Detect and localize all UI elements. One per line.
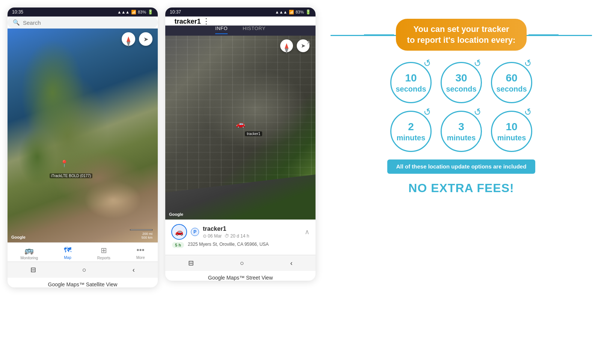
circle-arrow-60s: ↺	[523, 57, 536, 71]
circle-outer-30s: ↺ 30 seconds	[441, 62, 482, 103]
android-home-button[interactable]: ○	[82, 266, 86, 274]
circle-10s: ↺ 10 seconds	[390, 62, 432, 103]
circle-text-2m: 2 minutes	[397, 120, 426, 142]
reports-label: Reports	[97, 256, 110, 260]
circle-60s: ↺ 60 seconds	[491, 62, 532, 103]
tracker-address-row: 5 h 2325 Myers St, Oroville, CA 95966, U…	[171, 242, 310, 248]
android2-home-button[interactable]: ○	[240, 259, 244, 267]
circle-outer-10s: ↺ 10 seconds	[390, 62, 432, 103]
map-satellite-bg: ➤ 📍 iTrackLTE BOLD (0177) Google 200 mi …	[8, 29, 158, 242]
infographic-panel: You can set your tracker to report it's …	[323, 8, 599, 206]
status-time-1: 10:35	[12, 9, 23, 15]
compass-arrow-icon	[127, 36, 130, 42]
wifi-icon-1: 📶	[131, 10, 136, 15]
tracker-info-panel: 🚗 P tracker1 ⊙ 06 Mar ⏱ 20 d 14 h ∧	[165, 220, 316, 255]
map-icon: 🗺	[64, 246, 71, 254]
compass-button[interactable]	[122, 32, 135, 46]
scale-bar	[130, 229, 153, 230]
android-back-button[interactable]: ‹	[133, 266, 135, 274]
tab-info[interactable]: INFO	[215, 26, 228, 34]
circle-outer-60s: ↺ 60 seconds	[491, 62, 532, 103]
google-watermark-2: Google	[169, 212, 183, 217]
tracker-title: tracker1	[174, 18, 201, 25]
scroll-hint-icon: ∧	[307, 39, 311, 46]
tracker-duration-info: ⏱ 20 d 14 h	[225, 233, 249, 239]
headline-banner: You can set your tracker to report it's …	[396, 19, 527, 51]
monitoring-label: Monitoring	[20, 256, 38, 260]
phone-aerial: 10:37 ▲▲▲ 📶 83% 🔋 ← tracker1 ⋮ INFO HIST…	[165, 8, 316, 281]
aerial-pin-marker: 🚗	[236, 119, 245, 128]
aerial-tracker-label: tracker1	[245, 131, 262, 136]
circles-row-1: ↺ 10 seconds ↺ 30 seconds ↺ 60	[390, 62, 532, 103]
clock-icon: ⊙	[203, 233, 207, 239]
android-nav-1: ⊟ ○ ‹	[8, 262, 158, 278]
nav-reports[interactable]: ⊞ Reports	[97, 246, 110, 260]
tracker-header: ← tracker1 ⋮	[165, 17, 316, 26]
tracker-address: 2325 Myers St, Oroville, CA 95966, USA	[188, 242, 269, 247]
signal-icon-2: ▲▲▲	[275, 10, 287, 14]
circle-30s: ↺ 30 seconds	[441, 62, 482, 103]
android-recent-button[interactable]: ⊟	[30, 266, 36, 274]
wifi-icon-2: 📶	[289, 10, 294, 15]
more-icon-nav: •••	[137, 246, 145, 254]
circle-outer-10m: ↺ 10 minutes	[491, 111, 532, 152]
headline-text: You can set your tracker to report it's …	[407, 24, 516, 45]
circle-text-10m: 10 minutes	[497, 120, 526, 142]
circle-text-10s: 10 seconds	[396, 72, 426, 93]
circle-outer-2m: ↺ 2 minutes	[390, 111, 432, 152]
battery-1: 83%	[138, 10, 146, 14]
scale-text-miles: 200 mi	[130, 232, 153, 236]
aerial-location-icon: ➤	[301, 42, 306, 49]
status-time-2: 10:37	[170, 9, 181, 15]
nav-map[interactable]: 🗺 Map	[64, 246, 71, 260]
map-scale: 200 mi 500 km	[130, 225, 153, 239]
circle-3m: ↺ 3 minutes	[441, 111, 482, 152]
circle-outer-3m: ↺ 3 minutes	[441, 111, 482, 152]
map-aerial-bg: ➤ 🚗 tracker1 Google ∧	[165, 36, 316, 220]
time-badge: 5 h	[172, 242, 184, 248]
status-bar-1: 10:35 ▲▲▲ 📶 83% 🔋	[8, 8, 158, 17]
circle-arrow-10m: ↺	[523, 106, 536, 119]
satellite-map[interactable]: ➤ 📍 iTrackLTE BOLD (0177) Google 200 mi …	[8, 29, 158, 242]
circle-arrow-3m: ↺	[473, 106, 486, 119]
nav-monitoring[interactable]: 🚌 Monitoring	[20, 246, 38, 260]
phone2-caption: Google Maps™ Street View	[165, 275, 316, 281]
circle-arrow-10s: ↺	[422, 57, 436, 71]
back-button[interactable]: ←	[165, 17, 173, 25]
location-icon: ➤	[143, 36, 148, 43]
more-options-button[interactable]: ⋮	[202, 17, 210, 25]
battery-icon-1: 🔋	[148, 9, 153, 15]
android2-back-button[interactable]: ‹	[290, 259, 293, 267]
more-label: More	[136, 256, 145, 260]
search-input[interactable]	[23, 20, 153, 26]
signal-icon-1: ▲▲▲	[117, 10, 130, 14]
phone1-caption: Google Maps™ Satellite View	[8, 281, 158, 287]
nav-bar-1: 🚌 Monitoring 🗺 Map ⊞ Reports ••• More	[8, 242, 158, 262]
aerial-map[interactable]: ➤ 🚗 tracker1 Google ∧	[165, 36, 316, 220]
search-bar-wrap: 🔍	[8, 17, 158, 29]
monitoring-icon: 🚌	[24, 246, 34, 255]
battery-2: 83%	[296, 10, 304, 14]
map-pin-marker: 📍	[60, 159, 68, 168]
search-bar[interactable]: 🔍	[8, 17, 158, 29]
duration-icon: ⏱	[225, 233, 229, 239]
aerial-compass-button[interactable]	[280, 39, 293, 52]
tracker-avatar: 🚗	[171, 224, 187, 240]
phone-satellite: 10:35 ▲▲▲ 📶 83% 🔋 🔍 ➤ 📍 iTrackLTE BOLD (…	[8, 8, 158, 287]
nav-more[interactable]: ••• More	[136, 246, 145, 260]
tracker-date-info: ⊙ 06 Mar	[203, 233, 222, 239]
circle-arrow-30s: ↺	[473, 57, 486, 71]
location-button[interactable]: ➤	[139, 32, 153, 46]
search-icon: 🔍	[13, 19, 20, 26]
included-banner: All of these location update options are…	[387, 159, 536, 174]
circle-text-30s: 30 seconds	[446, 72, 476, 93]
status-bar-2: 10:37 ▲▲▲ 📶 83% 🔋	[165, 8, 316, 17]
circle-text-3m: 3 minutes	[447, 120, 476, 142]
android2-recent-button[interactable]: ⊟	[188, 259, 194, 267]
map-label-nav: Map	[64, 256, 71, 260]
included-text: All of these location update options are…	[396, 163, 527, 170]
tracker-info-row: 🚗 P tracker1 ⊙ 06 Mar ⏱ 20 d 14 h ∧	[171, 224, 310, 240]
google-watermark-1: Google	[11, 235, 26, 239]
tab-history[interactable]: HISTORY	[243, 26, 266, 34]
scroll-up-btn[interactable]: ∧	[305, 228, 310, 236]
